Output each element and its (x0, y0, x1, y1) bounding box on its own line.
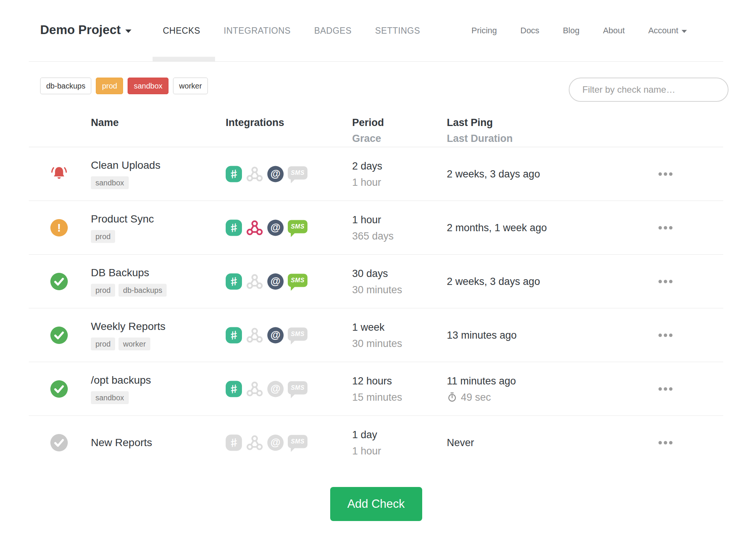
grace-value: 365 days (352, 229, 394, 242)
checks-table: Name Integrations Period Grace Last Ping… (29, 103, 723, 469)
add-check-button[interactable]: Add Check (330, 487, 422, 521)
kebab-dot (664, 333, 667, 337)
status-check-icon (50, 380, 68, 398)
tag-filter-worker[interactable]: worker (173, 78, 208, 94)
status-warning-icon: ! (50, 219, 68, 236)
kebab-dot (658, 226, 662, 229)
check-name[interactable]: New Reports (91, 436, 152, 449)
last-duration-value: 49 sec (461, 390, 491, 403)
period-cell: 1 day 1 hour (352, 428, 381, 457)
check-tags: sandbox (91, 391, 151, 404)
row-menu-button[interactable] (656, 385, 675, 393)
alert-bell-icon (50, 165, 68, 183)
row-menu-button[interactable] (656, 277, 675, 285)
grace-value: 1 hour (352, 176, 382, 188)
nav-link-docs[interactable]: Docs (520, 26, 539, 36)
check-tags: proddb-backups (91, 284, 167, 297)
check-name-cell[interactable]: Product Sync prod (91, 213, 154, 243)
webhook-icon (246, 327, 263, 344)
kebab-dot (669, 333, 672, 337)
grace-value: 1 hour (352, 444, 381, 457)
row-menu-button[interactable] (656, 224, 675, 232)
last-ping-cell: 2 months, 1 week ago (447, 221, 547, 234)
tag-filter-buttons: db-backupsprodsandboxworker (40, 78, 208, 94)
tab-integrations[interactable]: INTEGRATIONS (224, 26, 291, 36)
check-name-cell[interactable]: Clean Uploads sandbox (91, 159, 161, 189)
check-tag: prod (91, 284, 115, 297)
check-name-cell[interactable]: New Reports (91, 436, 152, 449)
sms-icon: SMS (288, 166, 307, 179)
period-cell: 2 days 1 hour (352, 159, 382, 188)
integration-icons: # @ SMS (226, 273, 307, 290)
kebab-dot (669, 280, 672, 283)
status-icon (50, 434, 68, 451)
period-value: 30 days (352, 267, 402, 280)
check-tag: db-backups (119, 284, 167, 297)
email-icon: @ (267, 166, 284, 182)
check-name-cell[interactable]: DB Backups proddb-backups (91, 266, 167, 297)
integration-icons: # @ SMS (226, 327, 307, 344)
last-ping-value: 13 minutes ago (447, 329, 517, 342)
kebab-dot (664, 441, 667, 444)
slack-icon: # (226, 434, 242, 451)
tag-filter-prod[interactable]: prod (96, 78, 123, 94)
sms-bubble-tail (291, 232, 295, 237)
nav-link-blog[interactable]: Blog (563, 26, 579, 36)
check-tags: prod (91, 230, 154, 243)
status-icon (50, 327, 68, 344)
nav-link-pricing[interactable]: Pricing (471, 26, 497, 36)
check-row: Clean Uploads sandbox # @ SMS 2 days 1 h… (29, 147, 723, 201)
period-cell: 1 hour 365 days (352, 213, 394, 242)
slack-icon: # (226, 381, 242, 397)
search-input[interactable] (569, 78, 729, 102)
sms-bubble-tail (291, 179, 295, 183)
sms-icon: SMS (288, 327, 307, 341)
kebab-dot (658, 387, 662, 390)
nav-link-about[interactable]: About (603, 26, 625, 36)
check-name[interactable]: DB Backups (91, 266, 167, 279)
webhook-icon (246, 380, 263, 397)
check-tag: sandbox (91, 176, 129, 189)
period-value: 2 days (352, 159, 382, 172)
tag-filter-db-backups[interactable]: db-backups (40, 78, 91, 94)
project-switcher[interactable]: Demo Project (40, 23, 131, 37)
check-name[interactable]: Clean Uploads (91, 159, 161, 172)
check-name-cell[interactable]: Weekly Reports prodworker (91, 320, 165, 350)
kebab-dot (669, 226, 672, 229)
header-last-duration: Last Duration (447, 133, 513, 145)
last-ping-cell: 11 minutes ago 49 sec (447, 374, 516, 403)
status-icon: ! (50, 219, 68, 236)
slack-icon: # (226, 273, 242, 289)
check-row: New Reports # @ SMS 1 day 1 hour Never (29, 416, 723, 469)
status-check-icon (50, 327, 68, 344)
check-row: Weekly Reports prodworker # @ SMS 1 week… (29, 308, 723, 362)
check-row: ! Product Sync prod # @ SMS 1 hour 365 d… (29, 201, 723, 255)
grace-value: 30 minutes (352, 337, 402, 350)
header-name: Name (91, 117, 119, 129)
last-ping-value: 2 months, 1 week ago (447, 221, 547, 234)
slack-icon: # (226, 219, 242, 236)
row-menu-button[interactable] (656, 331, 675, 339)
email-icon: @ (267, 381, 284, 397)
stopwatch-icon (447, 392, 457, 402)
tab-checks[interactable]: CHECKS (163, 26, 200, 36)
webhook-icon (246, 434, 263, 451)
account-menu[interactable]: Account (648, 26, 687, 36)
kebab-dot (658, 280, 662, 283)
integration-icons: # @ SMS (226, 219, 307, 236)
filter-bar: db-backupsprodsandboxworker (0, 62, 752, 103)
row-menu-button[interactable] (656, 439, 675, 446)
check-name[interactable]: /opt backups (91, 374, 151, 387)
check-row: DB Backups proddb-backups # @ SMS 30 day… (29, 255, 723, 308)
sms-icon: SMS (288, 381, 307, 394)
integration-icons: # @ SMS (226, 434, 307, 451)
check-name[interactable]: Weekly Reports (91, 320, 165, 333)
tab-badges[interactable]: BADGES (314, 26, 352, 36)
tag-filter-sandbox[interactable]: sandbox (128, 78, 168, 94)
header-grace: Grace (352, 133, 381, 145)
row-menu-button[interactable] (656, 170, 675, 178)
period-value: 1 week (352, 320, 402, 333)
check-name[interactable]: Product Sync (91, 213, 154, 226)
tab-settings[interactable]: SETTINGS (375, 26, 420, 36)
check-name-cell[interactable]: /opt backups sandbox (91, 374, 151, 404)
